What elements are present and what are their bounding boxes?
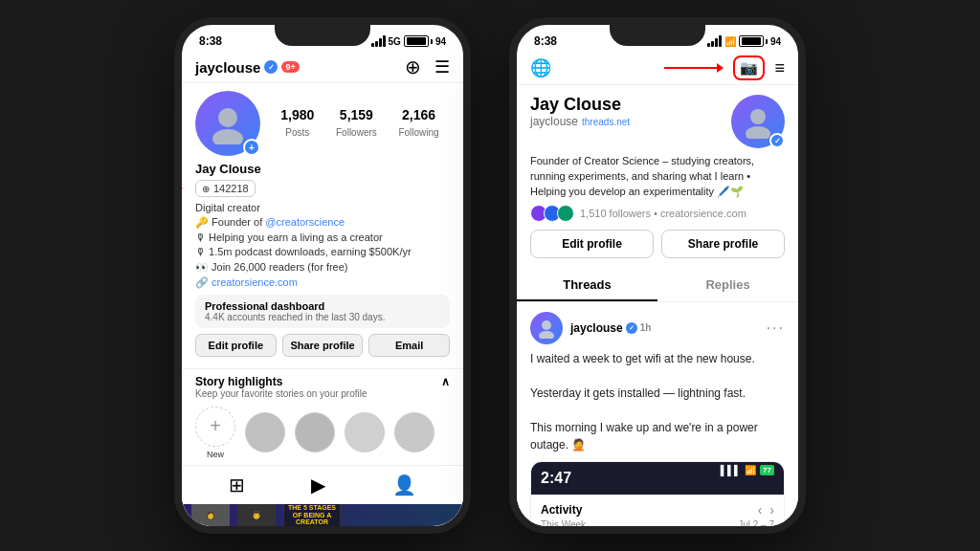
follower-count-text[interactable]: 1,510 followers • creatorsience.com [580, 208, 746, 219]
ig-stats-row: + 1,980 Posts 5,159 Followers 2,166 Foll… [195, 91, 450, 156]
signal-icon [371, 35, 386, 47]
edit-profile-button[interactable]: Edit profile [195, 334, 277, 357]
posts-count: 1,980 [280, 107, 314, 122]
post-meta: jayclouse ✓ 1h [570, 321, 759, 335]
battery-icon [404, 35, 433, 47]
share-profile-button[interactable]: Share profile [282, 334, 364, 357]
tab-replies[interactable]: Replies [657, 270, 798, 301]
following-count: 2,166 [398, 107, 438, 122]
post-line-1: I waited a week to get wifi at the new h… [530, 350, 785, 367]
threads-share-profile-button[interactable]: Share profile [661, 230, 785, 258]
ig-button-row: Edit profile Share profile Email [195, 334, 450, 357]
instagram-link-button[interactable]: 📷 [733, 55, 765, 80]
add-story-button[interactable]: + [243, 139, 260, 156]
story-circle-4[interactable] [394, 412, 434, 452]
link-icon: 🔗 [195, 276, 209, 289]
th-name-avatar-row: Jay Clouse jayclouse threads.net ✓ [530, 95, 785, 148]
menu-icon[interactable]: ☰ [434, 56, 450, 77]
story-circle-2[interactable] [295, 412, 335, 452]
story-circle-1[interactable] [245, 412, 285, 452]
threads-status-time: 8:38 [534, 34, 557, 48]
verified-badge: ✓ [264, 60, 278, 74]
follower-avatars [530, 205, 574, 222]
threads-profile-section: Jay Clouse jayclouse threads.net ✓ Found… [517, 85, 798, 264]
threads-tabs: Threads Replies [517, 270, 798, 302]
threads-signal-icon [707, 35, 722, 47]
following-stat[interactable]: 2,166 Following [398, 107, 438, 140]
ig-bottom-nav: ⊞ ▶ 👤 [182, 465, 463, 504]
arrow-head [182, 184, 183, 193]
svg-point-4 [542, 320, 551, 330]
threads-wifi-icon: 📶 [724, 36, 736, 47]
th-name-block: Jay Clouse jayclouse threads.net [530, 95, 731, 128]
bio-line-1: 🔑 Founder of @creatorscience [195, 215, 450, 230]
threads-header: 🌐 📷 ≡ [517, 52, 798, 85]
embed-wifi: 📶 [745, 465, 756, 475]
threads-post: jayclouse ✓ 1h ··· I waited a week to ge… [517, 302, 798, 526]
embed-status-row: 2:47 ▌▌▌ 📶 77 [541, 470, 774, 487]
threads-status-icons: 📶 94 [707, 35, 781, 47]
instagram-icon: 📷 [740, 59, 758, 76]
embed-body: Activity ‹ › This Week Jul 2 – 7 Interne… [531, 495, 784, 526]
post-avatar-image [536, 318, 557, 339]
story-collapse-icon[interactable]: ∧ [441, 375, 450, 388]
ig-bio: Digital creator 🔑 Founder of @creatorsci… [195, 201, 450, 289]
story-title-text: Story highlights [195, 375, 282, 388]
embed-prev-button[interactable]: ‹ [758, 502, 763, 518]
threads-followers: 1,510 followers • creatorsience.com [530, 205, 785, 222]
threads-battery-level: 94 [770, 36, 781, 47]
th-handle-row: jayclouse threads.net [530, 115, 731, 128]
post-username: jayclouse ✓ 1h [570, 321, 759, 335]
reel-thumb-3[interactable]: THE 5 STAGES OF BEING A CREATOR [283, 504, 341, 526]
bio-line-3: 🎙 1.5m podcast downloads, earning $500K/… [195, 245, 450, 259]
post-line-3: This morning I wake up and we're in a po… [530, 419, 785, 453]
instagram-phone: 8:38 5G 94 jayclouse ✓ 9+ [174, 17, 471, 534]
embed-section-title: Activity [541, 503, 582, 517]
nav-home-icon[interactable]: ⊞ [229, 474, 245, 496]
threads-display-name: Jay Clouse [530, 95, 731, 115]
add-post-icon[interactable]: ⊕ [405, 55, 421, 78]
following-label: Following [398, 127, 438, 138]
new-story-button[interactable]: + [195, 407, 235, 447]
threads-count-box[interactable]: ⊕ 142218 [195, 180, 256, 197]
threads-battery [739, 35, 768, 47]
post-avatar [530, 312, 563, 344]
mini-avatar-3 [557, 205, 574, 222]
post-username-text: jayclouse [570, 321, 623, 335]
tab-threads[interactable]: Threads [517, 270, 657, 301]
embed-next-button[interactable]: › [769, 502, 774, 518]
story-circle-3[interactable] [345, 412, 385, 452]
reel-thumb-2[interactable]: 👨 [237, 504, 276, 526]
embed-time: 2:47 [541, 470, 571, 487]
post-verified: ✓ [626, 322, 637, 334]
embed-week-label: This Week [541, 519, 586, 526]
nav-profile-icon[interactable]: 👤 [392, 474, 416, 496]
email-button[interactable]: Email [368, 334, 450, 357]
posts-label: Posts [285, 127, 309, 138]
threads-handle-link[interactable]: threads.net [582, 117, 630, 127]
threads-count-container: ⊕ 142218 [195, 180, 256, 197]
ig-profile-section: + 1,980 Posts 5,159 Followers 2,166 Foll… [182, 83, 463, 364]
notification-count: 9+ [281, 61, 299, 73]
threads-screen: 🌐 📷 ≡ Jay Clouse jayclouse [517, 52, 798, 526]
embedded-card: 2:47 ▌▌▌ 📶 77 Activity ‹ › [530, 461, 785, 526]
bio-link[interactable]: 🔗 creatorsience.com [195, 276, 450, 289]
svg-point-2 [750, 109, 766, 124]
threads-arrow [182, 184, 183, 193]
svg-point-1 [212, 129, 243, 144]
ig-header: jayclouse ✓ 9+ ⊕ ☰ [182, 52, 463, 83]
threads-avatar-image [741, 104, 775, 139]
globe-icon[interactable]: 🌐 [530, 57, 551, 78]
dashboard-title: Professional dashboard [205, 300, 440, 312]
followers-stat[interactable]: 5,159 Followers [336, 107, 377, 140]
reel-thumb-1[interactable]: 👩 [191, 504, 230, 526]
embed-signal-bars: ▌▌▌ [721, 465, 741, 475]
bio-line-4: 👀 Join 26,000 readers (for free) [195, 260, 450, 275]
threads-count: 142218 [213, 183, 249, 194]
threads-edit-profile-button[interactable]: Edit profile [530, 230, 654, 258]
threads-menu-icon[interactable]: ≡ [774, 58, 785, 78]
post-more-button[interactable]: ··· [767, 320, 785, 337]
nav-reels-icon[interactable]: ▶ [311, 474, 325, 496]
embed-nav: ‹ › [758, 502, 774, 518]
professional-dashboard[interactable]: Professional dashboard 4.4K accounts rea… [195, 295, 450, 328]
